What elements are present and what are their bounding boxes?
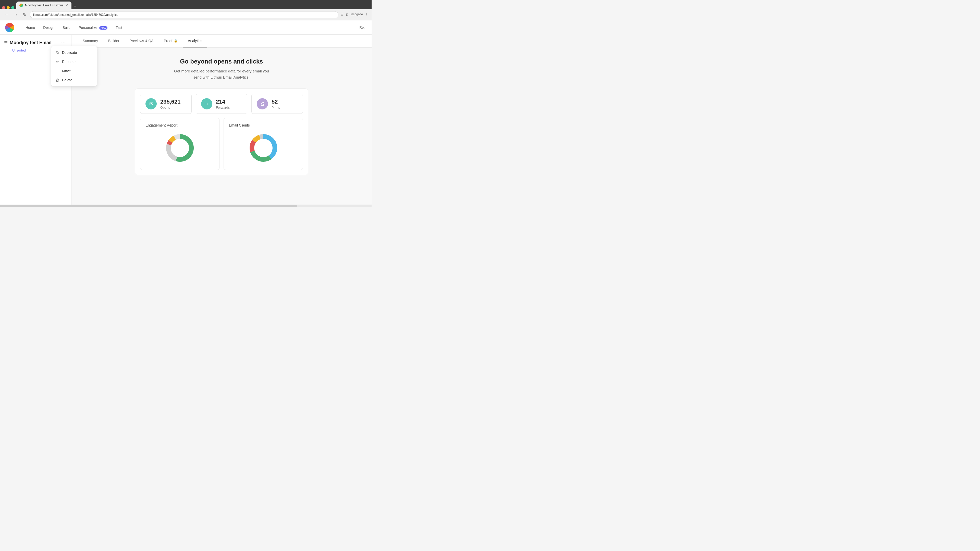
context-delete[interactable]: 🗑 Delete xyxy=(51,76,97,85)
app-body: ☰ Moodjoy test Email ⋯ Unsorted ⧉ Duplic… xyxy=(0,35,372,205)
duplicate-label: Duplicate xyxy=(62,51,77,55)
sidebar-header: ☰ Moodjoy test Email ⋯ xyxy=(4,39,67,46)
engagement-donut xyxy=(145,131,214,165)
charts-row: Engagement Report xyxy=(140,118,303,170)
sidebar: ☰ Moodjoy test Email ⋯ Unsorted ⧉ Duplic… xyxy=(0,35,72,205)
tab-proof[interactable]: Proof 🔒 xyxy=(159,35,183,48)
context-move[interactable]: → Move xyxy=(51,66,97,76)
engagement-chart: Engagement Report xyxy=(140,118,220,170)
tab-analytics[interactable]: Analytics xyxy=(183,35,207,48)
opens-value: 235,621 xyxy=(160,98,181,105)
url-text: litmus.com/folders/unsorted_emails/email… xyxy=(33,13,118,17)
context-menu: ⧉ Duplicate ✏ Rename → Move 🗑 Delete xyxy=(51,46,97,86)
prints-value: 52 xyxy=(272,98,280,105)
app-logo xyxy=(5,23,14,32)
stats-container: ✉ 235,621 Opens → 214 Forwards xyxy=(135,89,308,175)
browser-tab[interactable]: Moodjoy test Email > Litmus ✕ xyxy=(16,2,72,9)
nav-design[interactable]: Design xyxy=(40,24,57,31)
email-clients-title: Email Clients xyxy=(229,123,298,127)
sidebar-title: Moodjoy test Email xyxy=(10,40,52,45)
personalize-badge: New xyxy=(99,26,107,30)
tab-favicon xyxy=(19,3,23,7)
stats-row: ✉ 235,621 Opens → 214 Forwards xyxy=(140,94,303,114)
tab-summary[interactable]: Summary xyxy=(78,35,103,48)
new-tab-button[interactable]: + xyxy=(73,4,76,9)
prints-label: Prints xyxy=(272,106,280,110)
prints-info: 52 Prints xyxy=(272,98,280,110)
move-label: Move xyxy=(62,69,71,73)
address-icons: ☆ ⧉ Incognito ⋮ xyxy=(340,13,369,17)
rename-icon: ✏ xyxy=(56,60,59,64)
stat-prints: 🖨 52 Prints xyxy=(251,94,303,114)
proof-lock-icon: 🔒 xyxy=(174,39,178,43)
nav-home[interactable]: Home xyxy=(22,24,38,31)
back-button[interactable]: ← xyxy=(3,11,10,18)
win-min-btn[interactable] xyxy=(6,6,10,9)
sidebar-dots-button[interactable]: ⋯ xyxy=(59,39,67,46)
forwards-value: 214 xyxy=(216,98,230,105)
forward-button[interactable]: → xyxy=(12,11,19,18)
app-header: Home Design Build Personalize New Test R… xyxy=(0,21,372,35)
address-field[interactable]: litmus.com/folders/unsorted_emails/email… xyxy=(30,11,339,18)
stat-opens: ✉ 235,621 Opens xyxy=(140,94,192,114)
win-close-btn[interactable] xyxy=(2,6,5,9)
stat-forwards: → 214 Forwards xyxy=(196,94,247,114)
move-icon: → xyxy=(56,69,59,73)
nav-build[interactable]: Build xyxy=(59,24,73,31)
profile-icon[interactable]: Incognito xyxy=(350,13,363,17)
sidebar-actions: ⋯ xyxy=(59,39,67,46)
analytics-heading: Go beyond opens and clicks xyxy=(180,58,263,65)
scrollbar-area[interactable] xyxy=(0,205,372,206)
forwards-label: Forwards xyxy=(216,106,230,110)
refresh-button[interactable]: ↻ xyxy=(21,11,28,18)
context-duplicate[interactable]: ⧉ Duplicate xyxy=(51,48,97,57)
tab-builder[interactable]: Builder xyxy=(103,35,124,48)
bookmark-icon[interactable]: ☆ xyxy=(340,13,344,17)
scrollbar-thumb[interactable] xyxy=(0,205,298,207)
delete-icon: 🗑 xyxy=(56,78,59,82)
opens-label: Opens xyxy=(160,106,181,110)
engagement-donut-svg xyxy=(165,133,195,163)
win-max-btn[interactable] xyxy=(11,6,14,9)
duplicate-icon: ⧉ xyxy=(56,50,59,55)
delete-label: Delete xyxy=(62,78,72,82)
opens-icon: ✉ xyxy=(145,98,157,110)
analytics-subtext: Get more detailed performance data for e… xyxy=(174,68,269,80)
header-right: Re... xyxy=(360,25,366,29)
tab-previews-qa[interactable]: Previews & QA xyxy=(124,35,159,48)
main-content: Summary Builder Previews & QA Proof 🔒 An… xyxy=(72,35,372,205)
forwards-icon: → xyxy=(201,98,212,110)
email-clients-donut-svg xyxy=(248,133,279,163)
prints-icon: 🖨 xyxy=(257,98,268,110)
nav-test[interactable]: Test xyxy=(113,24,125,31)
email-clients-donut xyxy=(229,131,298,165)
split-view-icon[interactable]: ⧉ xyxy=(346,13,348,17)
main-nav: Home Design Build Personalize New Test xyxy=(22,24,125,31)
tab-title: Moodjoy test Email > Litmus xyxy=(25,3,63,7)
opens-info: 235,621 Opens xyxy=(160,98,181,110)
analytics-content: Go beyond opens and clicks Get more deta… xyxy=(72,48,372,186)
forwards-info: 214 Forwards xyxy=(216,98,230,110)
tab-close-btn[interactable]: ✕ xyxy=(65,3,68,7)
tabs-bar: Summary Builder Previews & QA Proof 🔒 An… xyxy=(72,35,372,48)
sidebar-menu-icon[interactable]: ☰ xyxy=(4,40,8,45)
nav-personalize[interactable]: Personalize New xyxy=(76,24,110,31)
more-icon[interactable]: ⋮ xyxy=(365,13,369,17)
address-bar-row: ← → ↻ litmus.com/folders/unsorted_emails… xyxy=(0,9,372,21)
email-clients-chart: Email Clients xyxy=(224,118,303,170)
context-rename[interactable]: ✏ Rename xyxy=(51,57,97,66)
rename-label: Rename xyxy=(62,60,76,64)
engagement-title: Engagement Report xyxy=(145,123,214,127)
